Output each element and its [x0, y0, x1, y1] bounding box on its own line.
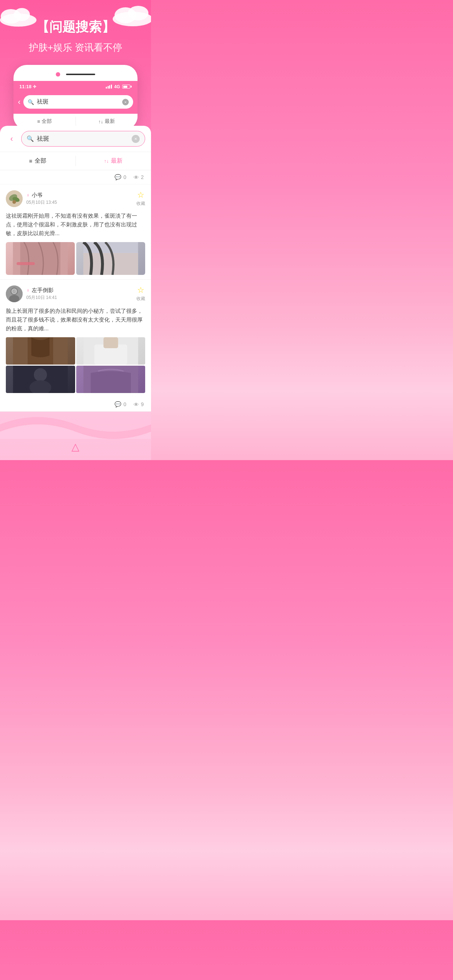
post-view-count: 9 — [141, 401, 144, 407]
view-icon: 👁 — [134, 174, 139, 180]
post-time: 05月10日 14:41 — [26, 294, 57, 301]
latest-icon: ↑↓ — [104, 158, 109, 164]
post-content: 这祛斑霜刚开始用，不知道有没有效果，雀斑淡了有一点，使用这个很温和，不刺激皮肤，… — [6, 212, 145, 238]
view-count: 2 — [141, 174, 144, 180]
post-comment-stat: 💬 0 — [115, 401, 126, 407]
tab-all[interactable]: ≡ 全部 — [0, 152, 75, 170]
bookmark-button[interactable]: ☆ 收藏 — [136, 190, 145, 207]
phone-top-indicators — [13, 72, 137, 81]
phone-home-bar — [66, 74, 95, 75]
post-user: G ♀ 左手倒影 05月10日 14:41 — [6, 285, 57, 302]
main-card: ‹ 🔍 祛斑 × ≡ 全部 ↑↓ 最新 💬 — [0, 126, 151, 412]
card-tabs: ≡ 全部 ↑↓ 最新 — [0, 152, 151, 170]
battery-icon — [122, 84, 132, 89]
svg-text:G: G — [13, 290, 16, 293]
post-image — [76, 242, 145, 275]
bookmark-label: 收藏 — [136, 200, 145, 207]
user-info: ♀ 小爷 05月10日 13:45 — [26, 192, 57, 205]
signal-icon — [106, 84, 112, 89]
svg-point-26 — [34, 368, 47, 381]
bookmark-button[interactable]: ☆ 收藏 — [136, 285, 145, 302]
phone-dot — [56, 72, 60, 76]
bookmark-label: 收藏 — [136, 296, 145, 302]
svg-rect-24 — [103, 337, 118, 348]
post-user: ♀ 小爷 05月10日 13:45 — [6, 190, 57, 207]
status-time: 11:18 ✈ — [19, 84, 37, 89]
user-info: ♀ 左手倒影 05月10日 14:41 — [26, 287, 57, 301]
search-icon: 🔍 — [27, 135, 34, 142]
post-comment-count: 0 — [123, 401, 126, 407]
mockup-search-text: 祛斑 — [37, 98, 119, 106]
sub-title: 护肤+娱乐 资讯看不停 — [0, 41, 151, 54]
username: 左手倒影 — [32, 287, 54, 294]
post-time: 05月10日 13:45 — [26, 199, 57, 205]
post-view-stat: 👁 9 — [134, 401, 144, 407]
up-arrow-icon: △ — [72, 441, 80, 452]
tab-latest[interactable]: ↑↓ 最新 — [76, 152, 152, 170]
post-header: G ♀ 左手倒影 05月10日 14:41 ☆ 收藏 — [6, 285, 145, 302]
comment-stat: 💬 0 — [115, 174, 126, 180]
star-icon: ☆ — [137, 190, 144, 200]
avatar — [6, 190, 22, 207]
phone-mockup: 11:18 ✈ 4G — [0, 65, 151, 129]
view-icon: 👁 — [134, 401, 139, 407]
post-images-grid — [6, 337, 145, 393]
clear-button[interactable]: × — [132, 135, 140, 143]
all-icon: ≡ — [29, 158, 32, 164]
tab-all-label: 全部 — [35, 157, 46, 165]
svg-point-17 — [9, 295, 19, 302]
avatar: G — [6, 285, 22, 302]
post-header: ♀ 小爷 05月10日 13:45 ☆ 收藏 — [6, 190, 145, 207]
post-content: 脸上长斑用了很多的办法和民间的小秘方，尝试了很多，而且花了很多钱不说，效果都没有… — [6, 307, 145, 333]
comment-icon: 💬 — [115, 401, 121, 407]
mockup-search-bar: 🔍 祛斑 × — [23, 95, 133, 109]
post-images — [6, 242, 145, 275]
back-button[interactable]: ‹ — [6, 133, 18, 145]
card-nav: ‹ 🔍 祛斑 × — [0, 126, 151, 152]
tab-latest-label: 最新 — [111, 157, 123, 165]
post-image — [6, 337, 75, 364]
mockup-clear-icon: × — [122, 99, 129, 105]
main-title: 【问题搜索】 — [0, 18, 151, 36]
svg-point-9 — [13, 200, 16, 204]
comment-icon: 💬 — [115, 174, 121, 180]
mockup-back-icon: ‹ — [18, 98, 21, 106]
comment-count: 0 — [123, 174, 126, 180]
bottom-decoration — [0, 410, 151, 439]
star-icon: ☆ — [137, 285, 144, 295]
gender-icon: ♀ — [26, 192, 30, 198]
post-image — [76, 337, 145, 364]
post-footer: 💬 0 👁 9 — [6, 398, 145, 411]
card-search-bar[interactable]: 🔍 祛斑 × — [21, 131, 145, 146]
header-section: 【问题搜索】 护肤+娱乐 资讯看不停 — [0, 0, 151, 61]
view-stat: 👁 2 — [134, 174, 144, 180]
post-image — [6, 242, 75, 275]
mockup-nav: ‹ 🔍 祛斑 × — [13, 92, 137, 114]
search-query: 祛斑 — [37, 135, 129, 143]
username: 小爷 — [32, 192, 43, 199]
post-item: G ♀ 左手倒影 05月10日 14:41 ☆ 收藏 — [0, 280, 151, 412]
stats-row: 💬 0 👁 2 — [0, 170, 151, 185]
bottom-arrow-area: △ — [0, 439, 151, 460]
gender-icon: ♀ — [26, 288, 30, 293]
post-image — [76, 366, 145, 393]
post-item: ♀ 小爷 05月10日 13:45 ☆ 收藏 这祛斑霜刚开始用，不知道有没有效果… — [0, 185, 151, 280]
svg-rect-12 — [17, 262, 35, 265]
status-right: 4G — [106, 84, 132, 89]
mockup-search-icon: 🔍 — [28, 99, 34, 105]
mockup-status-bar: 11:18 ✈ 4G — [13, 81, 137, 92]
post-image — [6, 366, 75, 393]
